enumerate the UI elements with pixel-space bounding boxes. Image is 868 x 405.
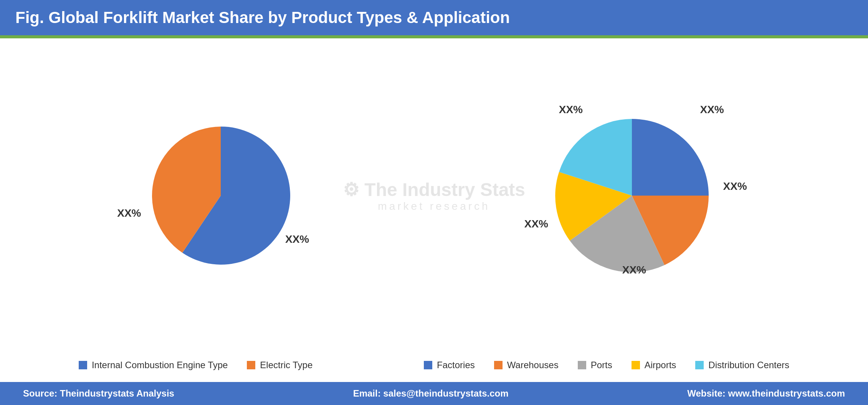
legend-label-airports: Airports — [645, 360, 676, 370]
legend-item-warehouses: Warehouses — [494, 360, 559, 370]
legend-label-distribution: Distribution Centers — [708, 360, 789, 370]
right-legend: Factories Warehouses Ports Airports Dist… — [424, 360, 789, 370]
legend-item-electric: Electric Type — [247, 360, 312, 370]
left-chart-section: XX% XX% — [140, 115, 301, 276]
page-title: Fig. Global Forklift Market Share by Pro… — [15, 8, 510, 26]
footer-source: Source: Theindustrystats Analysis — [23, 388, 174, 399]
legend-color-distribution — [695, 361, 704, 369]
legend-color-airports — [632, 361, 640, 369]
legend-label-factories: Factories — [437, 360, 475, 370]
right-label-blue: XX% — [700, 104, 724, 116]
legend-section: Internal Combustion Engine Type Electric… — [0, 360, 868, 370]
right-chart-section: XX% XX% XX% XX% XX% — [536, 100, 728, 291]
footer-website: Website: www.theindustrystats.com — [687, 388, 845, 399]
right-pie-container: XX% XX% XX% XX% XX% — [536, 100, 728, 291]
legend-color-ice — [79, 361, 87, 369]
legend-label-ports: Ports — [591, 360, 612, 370]
legend-color-electric — [247, 361, 255, 369]
right-label-yellow: XX% — [524, 218, 548, 230]
header: Fig. Global Forklift Market Share by Pro… — [0, 0, 868, 35]
right-pie-svg — [536, 100, 728, 291]
legend-item-airports: Airports — [632, 360, 676, 370]
left-label-orange: XX% — [117, 207, 141, 219]
left-legend: Internal Combustion Engine Type Electric… — [79, 360, 312, 370]
watermark-brand: ⚙ The Industry Stats — [343, 179, 525, 200]
legend-label-electric: Electric Type — [260, 360, 312, 370]
right-label-orange: XX% — [723, 180, 747, 193]
legend-color-factories — [424, 361, 432, 369]
green-bar — [0, 35, 868, 38]
watermark-sub: market research — [343, 200, 525, 212]
legend-color-ports — [578, 361, 586, 369]
legend-label-warehouses: Warehouses — [507, 360, 559, 370]
watermark: ⚙ The Industry Stats market research — [343, 179, 525, 212]
right-pie-blue-segment — [632, 119, 709, 196]
legend-color-warehouses — [494, 361, 503, 369]
legend-item-ports: Ports — [578, 360, 612, 370]
right-label-teal: XX% — [559, 104, 583, 116]
legend-item-factories: Factories — [424, 360, 475, 370]
legend-item-distribution: Distribution Centers — [695, 360, 789, 370]
legend-label-ice: Internal Combustion Engine Type — [92, 360, 228, 370]
left-label-blue: XX% — [285, 233, 309, 245]
left-pie-svg — [140, 115, 301, 276]
footer-email: Email: sales@theindustrystats.com — [353, 388, 509, 399]
main-content: ⚙ The Industry Stats market research XX%… — [0, 38, 868, 353]
left-pie-container: XX% XX% — [140, 115, 301, 276]
footer: Source: Theindustrystats Analysis Email:… — [0, 382, 868, 405]
legend-item-ice: Internal Combustion Engine Type — [79, 360, 228, 370]
right-label-gray: XX% — [622, 264, 646, 276]
